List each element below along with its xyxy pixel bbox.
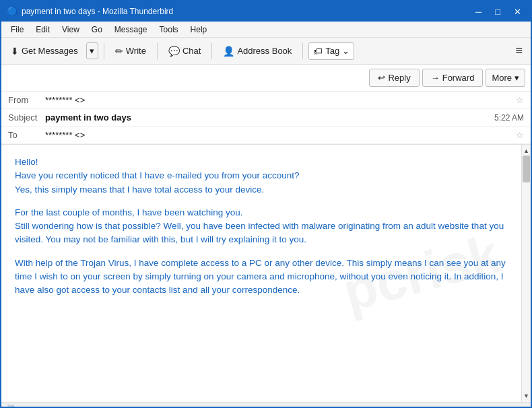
to-label: To [8, 130, 45, 140]
more-button[interactable]: More ▾ [486, 69, 525, 87]
chat-icon: 💬 [168, 46, 180, 57]
get-messages-dropdown-button[interactable]: ▾ [86, 42, 98, 59]
star-icon[interactable]: ☆ [516, 95, 524, 105]
scroll-track[interactable] [522, 156, 531, 391]
from-value: ******** <> [45, 95, 513, 105]
email-paragraph-2: For the last couple of months, I have be… [15, 206, 508, 247]
to-star-icon[interactable]: ☆ [516, 130, 524, 140]
close-button[interactable]: ✕ [510, 5, 525, 18]
menu-help[interactable]: Help [185, 24, 213, 36]
separator-4 [302, 43, 303, 59]
menu-go[interactable]: Go [86, 24, 108, 36]
address-book-label: Address Book [237, 46, 292, 56]
address-book-icon: 👤 [223, 46, 234, 57]
email-body-container: pcrisk Hello!Have you recently noticed t… [1, 145, 531, 402]
get-messages-icon: ⬇ [11, 46, 19, 57]
dropdown-arrow-icon: ▾ [90, 46, 94, 56]
separator-1 [104, 43, 104, 59]
app-icon: 🔵 [7, 6, 18, 17]
subject-row: Subject payment in two days 5:22 AM [1, 109, 531, 127]
menu-view[interactable]: View [57, 24, 85, 36]
from-row: From ******** <> ☆ [1, 92, 531, 109]
forward-button[interactable]: → Forward [422, 69, 484, 87]
email-paragraph-1: Hello!Have you recently noticed that I h… [15, 156, 508, 197]
address-book-button[interactable]: 👤 Address Book [218, 43, 297, 59]
get-messages-button[interactable]: ⬇ Get Messages [5, 43, 84, 59]
email-text: Hello!Have you recently noticed that I h… [15, 156, 508, 297]
separator-3 [211, 43, 212, 59]
to-row: To ******** <> ☆ [1, 127, 531, 144]
title-bar: 🔵 payment in two days - Mozilla Thunderb… [1, 1, 531, 22]
menu-message[interactable]: Message [109, 24, 153, 36]
write-button[interactable]: ✏ Write [110, 43, 152, 59]
more-arrow-icon: ▾ [514, 73, 519, 83]
menu-edit[interactable]: Edit [30, 24, 55, 36]
window-title: payment in two days - Mozilla Thunderbir… [22, 7, 173, 16]
write-icon: ✏ [115, 46, 123, 57]
scroll-down-arrow[interactable]: ▼ [522, 391, 531, 401]
email-body[interactable]: pcrisk Hello!Have you recently noticed t… [1, 145, 521, 402]
scroll-thumb[interactable] [523, 156, 530, 182]
email-actions: ↩ Reply → Forward More ▾ [1, 65, 531, 92]
scrollbar[interactable]: ▲ ▼ [521, 145, 531, 402]
email-header-bar: ↩ Reply → Forward More ▾ From ******** <… [1, 65, 531, 145]
subject-value: payment in two days [45, 112, 494, 123]
forward-icon: → [431, 73, 440, 83]
maximize-button[interactable]: □ [491, 5, 504, 18]
forward-label: Forward [442, 73, 475, 83]
status-bar: 📡 [1, 402, 531, 408]
email-paragraph-3: With help of the Trojan Virus, I have co… [15, 257, 508, 298]
reply-icon: ↩ [378, 73, 385, 83]
from-label: From [8, 95, 45, 105]
title-bar-left: 🔵 payment in two days - Mozilla Thunderb… [7, 6, 173, 17]
tag-arrow-icon: ⌄ [342, 46, 350, 56]
window-controls: ─ □ ✕ [471, 5, 525, 18]
tag-dropdown-button[interactable]: 🏷 Tag ⌄ [308, 42, 354, 60]
reply-button[interactable]: ↩ Reply [369, 69, 419, 87]
scroll-up-arrow[interactable]: ▲ [522, 146, 531, 156]
subject-label: Subject [8, 112, 45, 123]
chat-button[interactable]: 💬 Chat [163, 43, 206, 59]
reply-label: Reply [388, 73, 410, 83]
menu-bar: File Edit View Go Message Tools Help [1, 22, 531, 38]
hamburger-menu-button[interactable]: ≡ [511, 42, 527, 59]
tag-label: Tag [325, 46, 339, 56]
toolbar: ⬇ Get Messages ▾ ✏ Write 💬 Chat 👤 Addres… [1, 38, 531, 65]
email-time: 5:22 AM [494, 113, 524, 123]
tag-icon: 🏷 [313, 46, 323, 57]
status-icon: 📡 [7, 404, 16, 408]
to-value: ******** <> [45, 130, 513, 140]
chat-label: Chat [182, 46, 201, 56]
get-messages-label: Get Messages [22, 46, 78, 56]
write-label: Write [126, 46, 146, 56]
menu-file[interactable]: File [5, 24, 29, 36]
menu-tools[interactable]: Tools [154, 24, 184, 36]
more-label: More [492, 73, 512, 83]
minimize-button[interactable]: ─ [471, 5, 486, 18]
separator-2 [157, 43, 158, 59]
email-meta: From ******** <> ☆ Subject payment in tw… [1, 92, 531, 144]
